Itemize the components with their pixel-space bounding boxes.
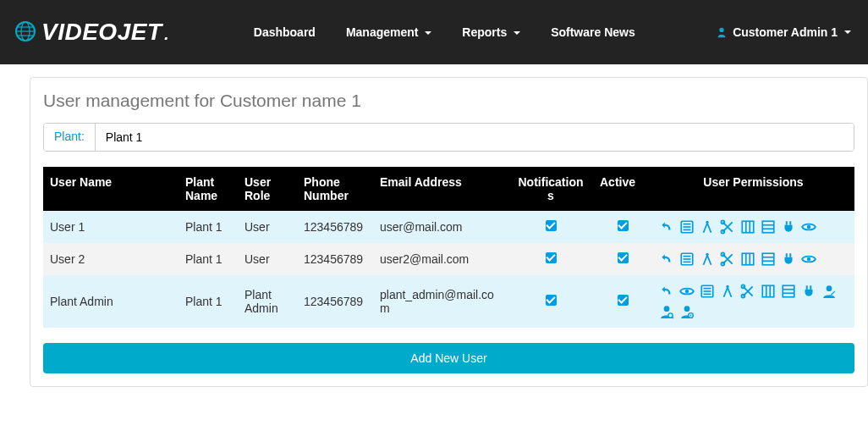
- plug-icon[interactable]: [801, 284, 816, 299]
- cell-plant-name: Plant 1: [179, 211, 238, 243]
- nav-management-label: Management: [346, 25, 419, 39]
- cell-user-role: User: [238, 243, 297, 275]
- scissors-icon[interactable]: [720, 219, 735, 235]
- current-user-menu[interactable]: Customer Admin 1: [716, 25, 851, 39]
- cell-notifications: [508, 275, 593, 328]
- plant-filter-label[interactable]: Plant:: [44, 124, 96, 151]
- cell-phone: 123456789: [297, 211, 373, 243]
- brand-text: VIDEOJET: [41, 19, 162, 46]
- scissors-icon[interactable]: [720, 251, 735, 267]
- cell-active: [593, 211, 652, 243]
- cell-user-role: User: [238, 211, 297, 243]
- nav-reports[interactable]: Reports: [447, 13, 536, 52]
- brand-dot: .: [163, 19, 170, 46]
- page-title: User management for Customer name 1: [43, 91, 854, 111]
- compass-icon[interactable]: [720, 284, 735, 299]
- cell-permissions: [652, 243, 854, 275]
- undo-icon[interactable]: [659, 219, 674, 235]
- checkbox-checked-icon[interactable]: [618, 295, 629, 306]
- caret-icon: [514, 31, 520, 35]
- cell-notifications: [508, 211, 593, 243]
- current-user-label: Customer Admin 1: [733, 25, 838, 39]
- list-icon[interactable]: [679, 251, 695, 267]
- scissors-icon[interactable]: [740, 284, 755, 299]
- col-user-role[interactable]: User Role: [238, 167, 297, 211]
- globe-icon: [13, 19, 38, 45]
- list-icon[interactable]: [679, 219, 695, 235]
- cell-user-name[interactable]: User 2: [43, 243, 179, 275]
- cell-active: [593, 243, 652, 275]
- plant-filter: Plant:: [43, 123, 854, 152]
- grid-col-icon[interactable]: [740, 219, 755, 235]
- undo-icon[interactable]: [659, 284, 674, 299]
- cell-plant-name: Plant 1: [179, 243, 238, 275]
- grid-col-icon[interactable]: [761, 284, 776, 299]
- compass-icon[interactable]: [700, 219, 715, 235]
- checkbox-checked-icon[interactable]: [618, 252, 629, 263]
- compass-icon[interactable]: [700, 251, 715, 267]
- undo-icon[interactable]: [659, 251, 674, 267]
- eye-icon[interactable]: [679, 284, 695, 299]
- table-row: User 2Plant 1User123456789user2@mail.com: [43, 243, 854, 275]
- cell-plant-name: Plant 1: [179, 275, 238, 328]
- cell-email: user@mail.com: [373, 211, 508, 243]
- col-email[interactable]: Email Address: [373, 167, 508, 211]
- grid-row-icon[interactable]: [761, 251, 776, 267]
- nav-dashboard[interactable]: Dashboard: [239, 13, 331, 52]
- nav-software-news[interactable]: Software News: [536, 13, 651, 52]
- table-header-row: User Name Plant Name User Role Phone Num…: [43, 167, 854, 211]
- checkbox-checked-icon[interactable]: [546, 220, 557, 231]
- eye-icon[interactable]: [801, 251, 816, 267]
- users-table: User Name Plant Name User Role Phone Num…: [43, 167, 854, 328]
- top-navbar: VIDEOJET. Dashboard Management Reports S…: [0, 0, 868, 64]
- grid-row-icon[interactable]: [781, 284, 796, 299]
- caret-icon: [425, 31, 431, 35]
- person-icon: [716, 26, 728, 38]
- cell-phone: 123456789: [297, 243, 373, 275]
- list-icon[interactable]: [700, 284, 715, 299]
- cell-user-role: Plant Admin: [238, 275, 297, 328]
- eye-icon[interactable]: [801, 219, 816, 235]
- nav-reports-label: Reports: [462, 25, 507, 39]
- col-notifications[interactable]: Notifications: [508, 167, 593, 211]
- user-edit-icon[interactable]: [821, 284, 837, 299]
- cell-phone: 123456789: [297, 275, 373, 328]
- checkbox-checked-icon[interactable]: [546, 295, 557, 306]
- user-gear-icon[interactable]: [679, 304, 695, 319]
- table-row: Plant AdminPlant 1Plant Admin123456789pl…: [43, 275, 854, 328]
- primary-nav: Dashboard Management Reports Software Ne…: [239, 13, 651, 52]
- col-phone[interactable]: Phone Number: [297, 167, 373, 211]
- plug-icon[interactable]: [781, 219, 796, 235]
- grid-col-icon[interactable]: [740, 251, 755, 267]
- plant-filter-input[interactable]: [96, 124, 854, 151]
- checkbox-checked-icon[interactable]: [618, 220, 629, 231]
- col-active[interactable]: Active: [593, 167, 652, 211]
- col-plant-name[interactable]: Plant Name: [179, 167, 238, 211]
- col-permissions[interactable]: User Permissions: [652, 167, 854, 211]
- cell-permissions: [652, 275, 854, 328]
- nav-management[interactable]: Management: [331, 13, 447, 52]
- checkbox-checked-icon[interactable]: [546, 252, 557, 263]
- caret-icon: [844, 30, 851, 34]
- add-user-button[interactable]: Add New User: [43, 343, 854, 373]
- cell-email: plant_admin@mail.com: [373, 275, 508, 328]
- cell-email: user2@mail.com: [373, 243, 508, 275]
- grid-row-icon[interactable]: [761, 219, 776, 235]
- cell-active: [593, 275, 652, 328]
- cell-user-name[interactable]: User 1: [43, 211, 179, 243]
- col-user-name[interactable]: User Name: [43, 167, 179, 211]
- user-search-icon[interactable]: [659, 304, 674, 319]
- cell-user-name[interactable]: Plant Admin: [43, 275, 179, 328]
- plug-icon[interactable]: [781, 251, 796, 267]
- brand-logo[interactable]: VIDEOJET.: [13, 19, 171, 46]
- cell-permissions: [652, 211, 854, 243]
- user-management-panel: User management for Customer name 1 Plan…: [30, 77, 868, 387]
- table-row: User 1Plant 1User123456789user@mail.com: [43, 211, 854, 243]
- cell-notifications: [508, 243, 593, 275]
